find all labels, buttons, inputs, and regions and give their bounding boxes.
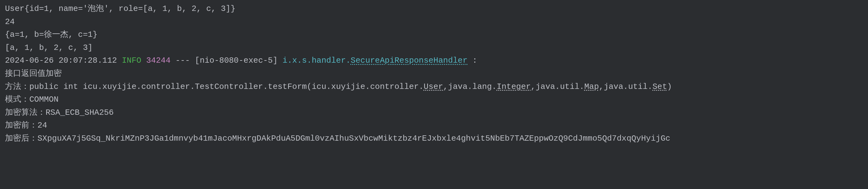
log-colon: : xyxy=(472,56,477,65)
method-user: User xyxy=(424,82,443,91)
method-set: Set xyxy=(652,82,667,91)
mode-value: COMMON xyxy=(29,95,59,104)
log-timestamp: 2024-06-26 20:07:28.112 xyxy=(5,56,117,65)
mode-label: 模式： xyxy=(5,95,29,104)
method-end: ) xyxy=(667,82,672,91)
after-value: SXpguXA7j5GSq_NkriMZnP3JGa1dmnvyb41mJaco… xyxy=(37,134,670,143)
before-label: 加密前： xyxy=(5,121,37,130)
log-pid: 34244 xyxy=(146,56,170,65)
log-level: INFO xyxy=(122,56,141,65)
method-prefix: public int icu.xuyijie.controller.TestCo… xyxy=(29,82,424,91)
output-line-4: [a, 1, b, 2, c, 3] xyxy=(5,41,863,55)
algo-value: RSA_ECB_SHA256 xyxy=(45,108,114,117)
method-mid2: ,java.util. xyxy=(531,82,584,91)
method-integer: Integer xyxy=(497,82,531,91)
algo-label: 加密算法： xyxy=(5,108,45,117)
message-method: 方法：public int icu.xuyijie.controller.Tes… xyxy=(5,81,863,94)
message-after: 加密后：SXpguXA7j5GSq_NkriMZnP3JGa1dmnvyb41m… xyxy=(5,132,863,145)
message-algo: 加密算法：RSA_ECB_SHA256 xyxy=(5,106,863,120)
log-entry: 2024-06-26 20:07:28.112 INFO 34244 --- [… xyxy=(5,54,863,67)
output-line-1: User{id=1, name='泡泡', role=[a, 1, b, 2, … xyxy=(5,2,863,15)
message-before: 加密前：24 xyxy=(5,119,863,132)
method-map: Map xyxy=(584,82,599,91)
output-line-3: {a=1, b=徐一杰, c=1} xyxy=(5,28,863,41)
message-header: 接口返回值加密 xyxy=(5,67,863,81)
method-mid3: ,java.util. xyxy=(599,82,653,91)
output-line-2: 24 xyxy=(5,15,863,29)
before-value: 24 xyxy=(37,121,47,130)
log-logger-prefix: i.x.s.handler. xyxy=(282,56,350,65)
message-mode: 模式：COMMON xyxy=(5,93,863,106)
log-logger-class: SecureApiResponseHandler xyxy=(351,56,467,65)
after-label: 加密后： xyxy=(5,134,37,143)
log-separator: --- xyxy=(175,56,190,65)
method-label: 方法： xyxy=(5,82,29,91)
method-mid1: ,java.lang. xyxy=(443,82,497,91)
log-thread: [nio-8080-exec-5] xyxy=(195,56,278,65)
